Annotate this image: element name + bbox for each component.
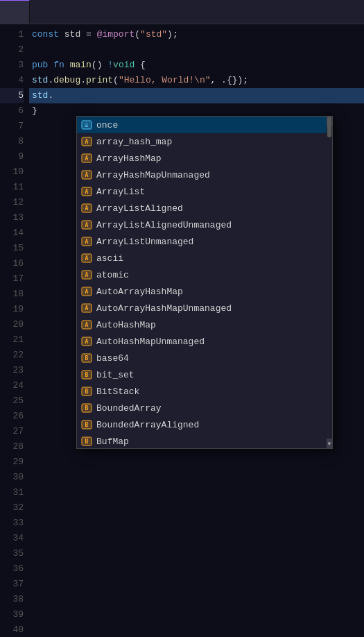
line-number-22: 22 — [0, 348, 24, 363]
code-line-2[interactable] — [29, 42, 364, 58]
completion-label: atomic — [96, 270, 129, 280]
autocomplete-item[interactable]: A AutoArrayHashMap — [77, 283, 332, 300]
line-number-23: 23 — [0, 363, 24, 378]
code-line-1[interactable]: const std = @import("std"); — [29, 27, 364, 42]
autocomplete-item[interactable]: B BoundedArray — [77, 400, 332, 416]
completion-icon: A — [81, 319, 92, 330]
autocomplete-scrollbar[interactable]: ▲ ▼ — [327, 117, 332, 448]
autocomplete-item[interactable]: B base64 — [77, 350, 332, 366]
code-line-3[interactable]: pub fn main() !void { — [29, 58, 364, 73]
autocomplete-item[interactable]: A ArrayHashMap — [77, 150, 332, 167]
completion-label: ArrayHashMapUnmanaged — [96, 170, 210, 180]
line-number-8: 8 — [0, 134, 24, 149]
autocomplete-item[interactable]: B BoundedArrayAligned — [77, 416, 332, 433]
autocomplete-list-container: ≡ once A array_hash_map A ArrayHashMap A… — [77, 117, 332, 448]
autocomplete-list: ≡ once A array_hash_map A ArrayHashMap A… — [77, 117, 332, 448]
line-number-2: 2 — [0, 42, 24, 58]
code-line-36[interactable] — [29, 561, 364, 577]
svg-text:A: A — [85, 305, 89, 312]
code-line-4[interactable]: std.debug.print("Hello, World!\n", .{}); — [29, 73, 364, 88]
completion-label: ascii — [96, 253, 123, 264]
autocomplete-item[interactable]: A ArrayListAligned — [77, 200, 332, 216]
svg-text:B: B — [85, 389, 89, 395]
completion-label: ArrayList — [96, 187, 145, 197]
completion-icon: B — [81, 353, 92, 364]
autocomplete-item[interactable]: A ArrayHashMapUnmanaged — [77, 167, 332, 183]
line-number-15: 15 — [0, 241, 24, 256]
completion-label: BitStack — [96, 387, 139, 397]
svg-text:A: A — [85, 339, 89, 345]
line-number-37: 37 — [0, 577, 24, 592]
completion-icon: B — [81, 419, 92, 430]
code-line-32[interactable] — [29, 500, 364, 516]
line-number-40: 40 — [0, 622, 24, 637]
svg-text:A: A — [85, 139, 89, 145]
completion-icon: A — [81, 153, 92, 164]
tab-test-zig[interactable] — [0, 0, 30, 24]
autocomplete-item[interactable]: A atomic — [77, 266, 332, 283]
scroll-down-arrow[interactable]: ▼ — [327, 439, 332, 448]
svg-text:A: A — [85, 172, 89, 178]
code-line-35[interactable] — [29, 546, 364, 561]
line-number-30: 30 — [0, 470, 24, 485]
code-line-38[interactable] — [29, 592, 364, 607]
line-number-38: 38 — [0, 592, 24, 607]
autocomplete-item[interactable]: A AutoHashMapUnmanaged — [77, 333, 332, 350]
line-number-14: 14 — [0, 226, 24, 241]
completion-icon: A — [81, 236, 92, 247]
svg-text:A: A — [85, 189, 89, 195]
code-line-34[interactable] — [29, 531, 364, 546]
svg-text:A: A — [85, 255, 89, 262]
code-line-39[interactable] — [29, 607, 364, 622]
svg-text:A: A — [85, 222, 89, 228]
autocomplete-item[interactable]: ≡ once — [77, 117, 332, 133]
line-number-25: 25 — [0, 393, 24, 409]
autocomplete-item[interactable]: A ArrayListAlignedUnmanaged — [77, 216, 332, 233]
completion-icon: A — [81, 136, 92, 147]
tab-bar — [0, 0, 364, 24]
line-numbers: 1234567891011121314151617181920212223242… — [0, 24, 29, 637]
line-number-4: 4 — [0, 73, 24, 88]
line-number-18: 18 — [0, 287, 24, 302]
code-line-30[interactable] — [29, 470, 364, 485]
autocomplete-item[interactable]: A AutoArrayHashMapUnmanaged — [77, 300, 332, 316]
code-line-33[interactable] — [29, 516, 364, 531]
autocomplete-item[interactable]: A ascii — [77, 250, 332, 266]
completion-label: ArrayHashMap — [96, 153, 162, 164]
autocomplete-item[interactable]: A ArrayList — [77, 183, 332, 200]
completion-icon: ≡ — [81, 119, 92, 130]
autocomplete-item[interactable]: A ArrayListUnmanaged — [77, 233, 332, 250]
autocomplete-item[interactable]: A AutoHashMap — [77, 316, 332, 333]
svg-text:B: B — [85, 439, 89, 445]
completion-icon: B — [81, 436, 92, 447]
autocomplete-item[interactable]: B bit_set — [77, 366, 332, 383]
completion-icon: A — [81, 269, 92, 280]
line-number-11: 11 — [0, 180, 24, 195]
svg-text:B: B — [85, 422, 89, 428]
code-line-5[interactable]: std. — [29, 88, 364, 103]
line-number-27: 27 — [0, 424, 24, 439]
code-line-31[interactable] — [29, 485, 364, 500]
completion-label: AutoHashMapUnmanaged — [96, 337, 205, 347]
line-number-24: 24 — [0, 378, 24, 393]
svg-text:B: B — [85, 405, 89, 411]
scroll-thumb[interactable] — [327, 117, 331, 137]
line-number-21: 21 — [0, 332, 24, 348]
tab-close-button[interactable] — [11, 7, 22, 18]
line-number-1: 1 — [0, 27, 24, 42]
code-line-29[interactable] — [29, 455, 364, 470]
completion-label: ArrayListUnmanaged — [96, 237, 193, 247]
code-line-37[interactable] — [29, 577, 364, 592]
code-line-40[interactable] — [29, 622, 364, 637]
svg-text:A: A — [85, 322, 89, 328]
editor: 1234567891011121314151617181920212223242… — [0, 24, 364, 637]
new-tab-button[interactable] — [30, 0, 41, 24]
completion-label: AutoArrayHashMap — [96, 287, 183, 297]
line-number-9: 9 — [0, 149, 24, 164]
autocomplete-item[interactable]: B BufMap — [77, 433, 332, 448]
completion-label: base64 — [96, 353, 129, 364]
svg-text:A: A — [85, 205, 89, 212]
completion-label: ArrayListAlignedUnmanaged — [96, 220, 232, 230]
autocomplete-item[interactable]: B BitStack — [77, 383, 332, 400]
autocomplete-item[interactable]: A array_hash_map — [77, 133, 332, 150]
